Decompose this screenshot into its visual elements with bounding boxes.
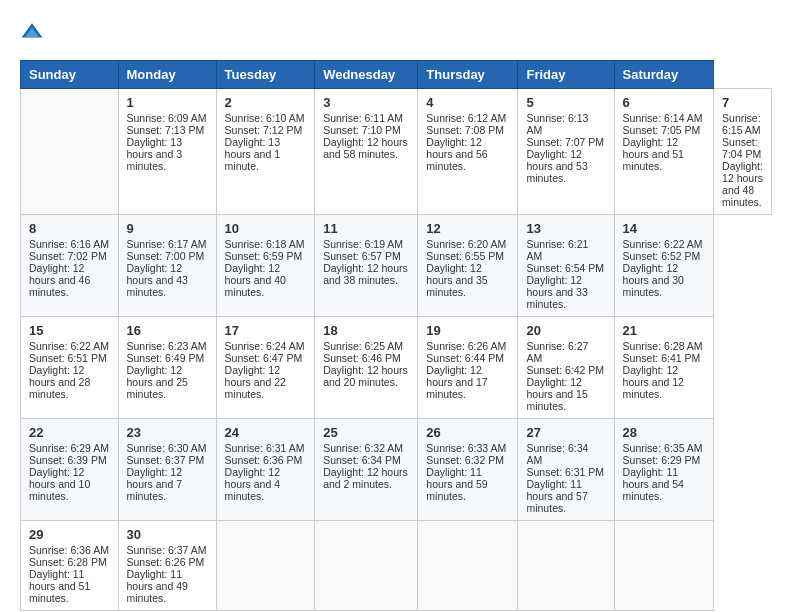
calendar-cell: 12Sunrise: 6:20 AMSunset: 6:55 PMDayligh…	[418, 215, 518, 317]
calendar-cell: 23Sunrise: 6:30 AMSunset: 6:37 PMDayligh…	[118, 419, 216, 521]
day-number: 14	[623, 221, 705, 236]
sunset-text: Sunset: 7:10 PM	[323, 124, 401, 136]
calendar-cell: 20Sunrise: 6:27 AMSunset: 6:42 PMDayligh…	[518, 317, 614, 419]
daylight-text: Daylight: 12 hours and 22 minutes.	[225, 364, 286, 400]
day-number: 11	[323, 221, 409, 236]
calendar-table: SundayMondayTuesdayWednesdayThursdayFrid…	[20, 60, 772, 611]
day-number: 24	[225, 425, 307, 440]
sunrise-text: Sunrise: 6:24 AM	[225, 340, 305, 352]
day-number: 16	[127, 323, 208, 338]
calendar-cell: 18Sunrise: 6:25 AMSunset: 6:46 PMDayligh…	[315, 317, 418, 419]
calendar-week-row: 15Sunrise: 6:22 AMSunset: 6:51 PMDayligh…	[21, 317, 772, 419]
day-number: 7	[722, 95, 763, 110]
day-number: 21	[623, 323, 705, 338]
daylight-text: Daylight: 12 hours and 15 minutes.	[526, 376, 587, 412]
weekday-header-saturday: Saturday	[614, 61, 713, 89]
calendar-cell	[216, 521, 315, 611]
calendar-cell	[315, 521, 418, 611]
calendar-cell: 27Sunrise: 6:34 AMSunset: 6:31 PMDayligh…	[518, 419, 614, 521]
daylight-text: Daylight: 12 hours and 58 minutes.	[323, 136, 408, 160]
day-number: 13	[526, 221, 605, 236]
logo	[20, 20, 48, 44]
sunset-text: Sunset: 7:00 PM	[127, 250, 205, 262]
sunset-text: Sunset: 6:36 PM	[225, 454, 303, 466]
sunset-text: Sunset: 7:13 PM	[127, 124, 205, 136]
daylight-text: Daylight: 12 hours and 20 minutes.	[323, 364, 408, 388]
weekday-header-row: SundayMondayTuesdayWednesdayThursdayFrid…	[21, 61, 772, 89]
sunrise-text: Sunrise: 6:34 AM	[526, 442, 588, 466]
sunset-text: Sunset: 6:32 PM	[426, 454, 504, 466]
daylight-text: Daylight: 12 hours and 2 minutes.	[323, 466, 408, 490]
day-number: 23	[127, 425, 208, 440]
daylight-text: Daylight: 12 hours and 10 minutes.	[29, 466, 90, 502]
sunset-text: Sunset: 6:59 PM	[225, 250, 303, 262]
day-number: 9	[127, 221, 208, 236]
daylight-text: Daylight: 13 hours and 3 minutes.	[127, 136, 182, 172]
sunrise-text: Sunrise: 6:33 AM	[426, 442, 506, 454]
calendar-cell: 15Sunrise: 6:22 AMSunset: 6:51 PMDayligh…	[21, 317, 119, 419]
calendar-cell: 8Sunrise: 6:16 AMSunset: 7:02 PMDaylight…	[21, 215, 119, 317]
sunset-text: Sunset: 6:57 PM	[323, 250, 401, 262]
sunset-text: Sunset: 6:29 PM	[623, 454, 701, 466]
calendar-week-row: 8Sunrise: 6:16 AMSunset: 7:02 PMDaylight…	[21, 215, 772, 317]
day-number: 1	[127, 95, 208, 110]
sunrise-text: Sunrise: 6:23 AM	[127, 340, 207, 352]
weekday-header-tuesday: Tuesday	[216, 61, 315, 89]
day-number: 22	[29, 425, 110, 440]
daylight-text: Daylight: 11 hours and 54 minutes.	[623, 466, 684, 502]
sunrise-text: Sunrise: 6:35 AM	[623, 442, 703, 454]
calendar-week-row: 1Sunrise: 6:09 AMSunset: 7:13 PMDaylight…	[21, 89, 772, 215]
calendar-cell: 14Sunrise: 6:22 AMSunset: 6:52 PMDayligh…	[614, 215, 713, 317]
sunrise-text: Sunrise: 6:10 AM	[225, 112, 305, 124]
calendar-cell: 25Sunrise: 6:32 AMSunset: 6:34 PMDayligh…	[315, 419, 418, 521]
sunset-text: Sunset: 7:07 PM	[526, 136, 604, 148]
daylight-text: Daylight: 12 hours and 12 minutes.	[623, 364, 684, 400]
day-number: 25	[323, 425, 409, 440]
sunset-text: Sunset: 6:46 PM	[323, 352, 401, 364]
daylight-text: Daylight: 12 hours and 46 minutes.	[29, 262, 90, 298]
calendar-cell: 7Sunrise: 6:15 AMSunset: 7:04 PMDaylight…	[714, 89, 772, 215]
daylight-text: Daylight: 11 hours and 51 minutes.	[29, 568, 90, 604]
calendar-cell: 21Sunrise: 6:28 AMSunset: 6:41 PMDayligh…	[614, 317, 713, 419]
sunset-text: Sunset: 6:34 PM	[323, 454, 401, 466]
daylight-text: Daylight: 12 hours and 56 minutes.	[426, 136, 487, 172]
weekday-header-sunday: Sunday	[21, 61, 119, 89]
day-number: 8	[29, 221, 110, 236]
sunrise-text: Sunrise: 6:22 AM	[623, 238, 703, 250]
daylight-text: Daylight: 12 hours and 17 minutes.	[426, 364, 487, 400]
calendar-cell: 24Sunrise: 6:31 AMSunset: 6:36 PMDayligh…	[216, 419, 315, 521]
calendar-cell	[21, 89, 119, 215]
sunset-text: Sunset: 6:42 PM	[526, 364, 604, 376]
sunset-text: Sunset: 6:28 PM	[29, 556, 107, 568]
sunrise-text: Sunrise: 6:13 AM	[526, 112, 588, 136]
sunrise-text: Sunrise: 6:32 AM	[323, 442, 403, 454]
calendar-cell: 13Sunrise: 6:21 AMSunset: 6:54 PMDayligh…	[518, 215, 614, 317]
day-number: 27	[526, 425, 605, 440]
day-number: 6	[623, 95, 705, 110]
sunrise-text: Sunrise: 6:11 AM	[323, 112, 403, 124]
calendar-cell: 19Sunrise: 6:26 AMSunset: 6:44 PMDayligh…	[418, 317, 518, 419]
sunrise-text: Sunrise: 6:15 AM	[722, 112, 761, 136]
calendar-cell	[418, 521, 518, 611]
sunrise-text: Sunrise: 6:31 AM	[225, 442, 305, 454]
sunrise-text: Sunrise: 6:27 AM	[526, 340, 588, 364]
daylight-text: Daylight: 12 hours and 48 minutes.	[722, 160, 763, 208]
sunset-text: Sunset: 7:02 PM	[29, 250, 107, 262]
day-number: 20	[526, 323, 605, 338]
sunrise-text: Sunrise: 6:09 AM	[127, 112, 207, 124]
sunset-text: Sunset: 6:47 PM	[225, 352, 303, 364]
daylight-text: Daylight: 11 hours and 49 minutes.	[127, 568, 188, 604]
daylight-text: Daylight: 11 hours and 57 minutes.	[526, 478, 587, 514]
calendar-week-row: 29Sunrise: 6:36 AMSunset: 6:28 PMDayligh…	[21, 521, 772, 611]
day-number: 4	[426, 95, 509, 110]
page-header	[20, 20, 772, 44]
day-number: 26	[426, 425, 509, 440]
sunrise-text: Sunrise: 6:22 AM	[29, 340, 109, 352]
day-number: 12	[426, 221, 509, 236]
sunrise-text: Sunrise: 6:36 AM	[29, 544, 109, 556]
sunset-text: Sunset: 7:04 PM	[722, 136, 761, 160]
sunrise-text: Sunrise: 6:21 AM	[526, 238, 588, 262]
day-number: 5	[526, 95, 605, 110]
calendar-cell: 29Sunrise: 6:36 AMSunset: 6:28 PMDayligh…	[21, 521, 119, 611]
daylight-text: Daylight: 12 hours and 40 minutes.	[225, 262, 286, 298]
